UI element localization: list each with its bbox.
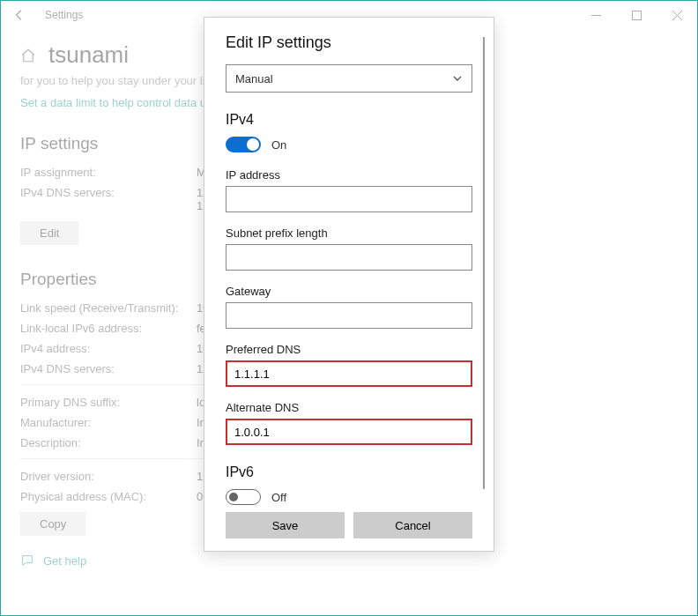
ipv6-toggle[interactable]	[226, 489, 261, 505]
preferred-dns-label: Preferred DNS	[226, 343, 472, 356]
ip-address-label: IP address	[226, 168, 472, 182]
subnet-input[interactable]	[226, 244, 472, 271]
chevron-down-icon	[452, 73, 463, 84]
alternate-dns-label: Alternate DNS	[226, 401, 472, 414]
ipv4-header: IPv4	[226, 112, 472, 128]
ip-address-input[interactable]	[226, 186, 472, 212]
cancel-button[interactable]: Cancel	[353, 512, 472, 538]
ipv4-toggle-label: On	[271, 138, 286, 152]
ipv4-toggle[interactable]	[226, 137, 261, 152]
dialog-title: Edit IP settings	[226, 33, 472, 52]
edit-ip-settings-dialog: Edit IP settings Manual IPv4 On IP addre…	[204, 17, 494, 552]
gateway-input[interactable]	[226, 302, 472, 329]
scrollbar[interactable]	[483, 37, 485, 489]
alternate-dns-input[interactable]	[226, 419, 472, 445]
ipv6-toggle-label: Off	[271, 491, 286, 504]
ipv6-header: IPv6	[226, 464, 472, 480]
subnet-label: Subnet prefix length	[226, 226, 472, 240]
preferred-dns-input[interactable]	[226, 360, 472, 387]
ip-mode-selected: Manual	[235, 72, 273, 85]
gateway-label: Gateway	[226, 285, 472, 298]
save-button[interactable]: Save	[226, 512, 345, 538]
modal-overlay: Edit IP settings Manual IPv4 On IP addre…	[1, 1, 697, 615]
ip-mode-select[interactable]: Manual	[226, 64, 472, 93]
